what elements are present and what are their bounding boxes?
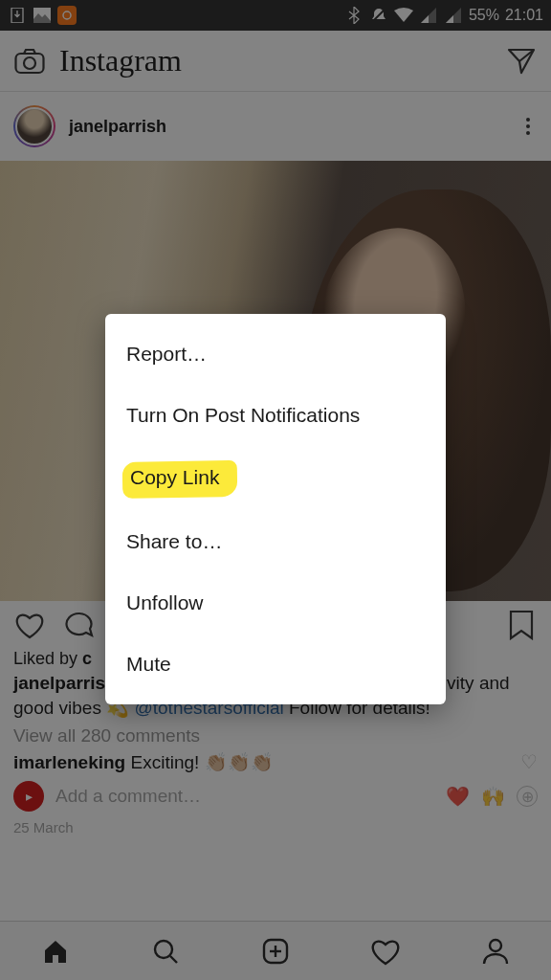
menu-copy-link-label: Copy Link [126,465,229,492]
post-options-dialog: Report… Turn On Post Notifications Copy … [105,314,446,704]
screen: 55% 21:01 Instagram janelparrish [0,0,551,980]
menu-report[interactable]: Report… [105,323,446,385]
menu-share-to[interactable]: Share to… [105,511,446,572]
menu-copy-link[interactable]: Copy Link [105,446,446,511]
menu-mute[interactable]: Mute [105,634,446,695]
menu-notifications[interactable]: Turn On Post Notifications [105,385,446,446]
menu-unfollow[interactable]: Unfollow [105,572,446,634]
